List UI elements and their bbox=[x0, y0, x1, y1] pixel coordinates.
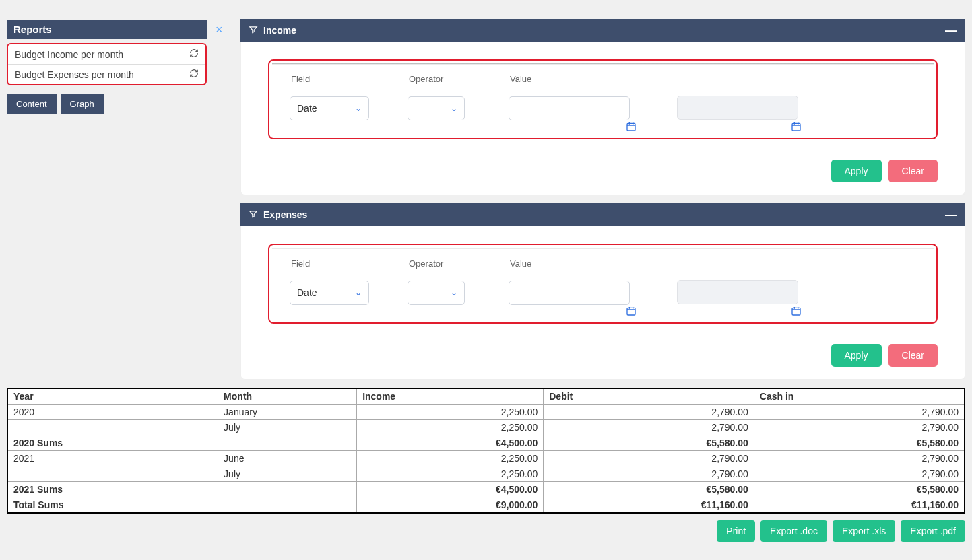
calendar-icon[interactable] bbox=[626, 306, 637, 318]
report-item-income[interactable]: Budget Income per month bbox=[8, 44, 205, 64]
value2-input[interactable] bbox=[677, 96, 798, 120]
operator-label: Operator bbox=[408, 70, 509, 96]
table-row: July2,250.002,790.002,790.00 bbox=[7, 466, 965, 482]
table-header-debit: Debit bbox=[544, 388, 754, 405]
svg-rect-1 bbox=[792, 123, 800, 131]
svg-rect-2 bbox=[627, 308, 635, 315]
field-label: Field bbox=[290, 254, 408, 281]
table-row: 2020 Sums€4,500.00€5,580.00€5,580.00 bbox=[7, 435, 965, 451]
value-label: Value bbox=[509, 254, 677, 281]
operator-select[interactable]: ⌄ bbox=[408, 281, 465, 305]
export-doc-button[interactable]: Export .doc bbox=[760, 520, 827, 542]
report-list: Budget Income per month Budget Expenses … bbox=[7, 43, 207, 85]
sidebar-title: Reports bbox=[7, 20, 207, 39]
chevron-down-icon: ⌄ bbox=[355, 288, 362, 298]
table-row: Total Sums€9,000.00€11,160.00€11,160.00 bbox=[7, 497, 965, 514]
table-header-year: Year bbox=[7, 388, 218, 405]
svg-rect-0 bbox=[627, 123, 635, 131]
export-pdf-button[interactable]: Export .pdf bbox=[901, 520, 965, 542]
calendar-icon[interactable] bbox=[791, 121, 802, 134]
content-button[interactable]: Content bbox=[7, 94, 57, 114]
panel-header-income[interactable]: Income — bbox=[240, 19, 965, 42]
chevron-down-icon: ⌄ bbox=[451, 104, 457, 113]
chevron-down-icon: ⌄ bbox=[451, 288, 457, 298]
svg-rect-3 bbox=[792, 308, 800, 315]
filter-icon bbox=[249, 25, 263, 36]
value-input[interactable] bbox=[509, 96, 630, 120]
panel-title: Income bbox=[263, 25, 296, 36]
filter-box: Field Date ⌄ Operator ⌄ Value bbox=[268, 59, 938, 139]
table-row: July2,250.002,790.002,790.00 bbox=[7, 420, 965, 435]
operator-label: Operator bbox=[408, 254, 509, 281]
export-xls-button[interactable]: Export .xls bbox=[833, 520, 895, 542]
clear-button[interactable]: Clear bbox=[888, 344, 938, 367]
collapse-icon[interactable]: — bbox=[945, 209, 957, 221]
table-header-month: Month bbox=[218, 388, 357, 405]
filter-box: Field Date ⌄ Operator ⌄ Value bbox=[268, 244, 938, 324]
report-item-label: Budget Income per month bbox=[15, 49, 123, 60]
graph-button[interactable]: Graph bbox=[61, 94, 104, 114]
close-icon[interactable]: × bbox=[216, 23, 223, 37]
refresh-icon[interactable] bbox=[189, 69, 199, 80]
panel-header-expenses[interactable]: Expenses — bbox=[240, 203, 965, 226]
operator-select[interactable]: ⌄ bbox=[408, 96, 465, 120]
apply-button[interactable]: Apply bbox=[831, 344, 882, 367]
calendar-icon[interactable] bbox=[791, 306, 802, 318]
refresh-icon[interactable] bbox=[189, 48, 199, 60]
report-table: YearMonthIncomeDebitCash in 2020January2… bbox=[7, 388, 965, 514]
apply-button[interactable]: Apply bbox=[831, 160, 882, 182]
collapse-icon[interactable]: — bbox=[945, 24, 957, 36]
filter-icon bbox=[249, 209, 263, 221]
table-header-cash: Cash in bbox=[754, 388, 965, 405]
field-select[interactable]: Date ⌄ bbox=[290, 281, 369, 305]
field-select[interactable]: Date ⌄ bbox=[290, 96, 369, 120]
calendar-icon[interactable] bbox=[626, 121, 637, 134]
panel-title: Expenses bbox=[263, 209, 307, 220]
value-label: Value bbox=[509, 70, 677, 96]
chevron-down-icon: ⌄ bbox=[355, 104, 362, 113]
report-item-expenses[interactable]: Budget Expenses per month bbox=[8, 64, 205, 84]
table-header-income: Income bbox=[357, 388, 544, 405]
table-row: 2020January2,250.002,790.002,790.00 bbox=[7, 405, 965, 420]
print-button[interactable]: Print bbox=[717, 520, 755, 542]
value2-input[interactable] bbox=[677, 280, 798, 304]
table-row: 2021 Sums€4,500.00€5,580.00€5,580.00 bbox=[7, 482, 965, 497]
value-input[interactable] bbox=[509, 281, 630, 305]
report-item-label: Budget Expenses per month bbox=[15, 69, 134, 80]
clear-button[interactable]: Clear bbox=[888, 160, 938, 182]
field-label: Field bbox=[290, 70, 408, 96]
table-row: 2021June2,250.002,790.002,790.00 bbox=[7, 451, 965, 466]
